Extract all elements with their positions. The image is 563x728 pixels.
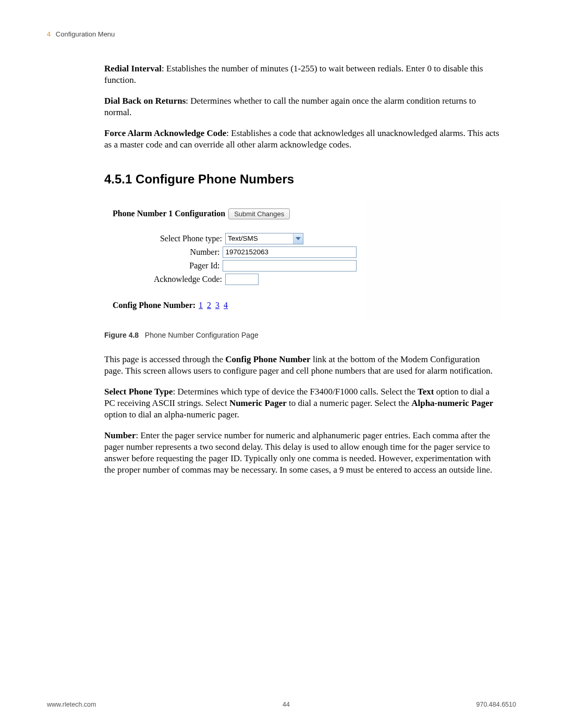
number-field[interactable] xyxy=(223,246,357,258)
footer-center: 44 xyxy=(283,701,290,708)
config-phone-link-3[interactable]: 3 xyxy=(215,301,219,310)
select-bold-alpha: Alpha-numeric Pager xyxy=(411,398,493,408)
para-select-phone-type: Select Phone Type: Determines which type… xyxy=(104,386,500,421)
figure-title: Phone Number 1 Configuration xyxy=(113,209,225,218)
config-phone-link-1[interactable]: 1 xyxy=(199,301,203,310)
config-phone-link-4[interactable]: 4 xyxy=(224,301,228,310)
config-phone-links-row: Config Phone Number: 1 2 3 4 xyxy=(113,301,357,310)
dialback-label: Dial Back on Returns xyxy=(104,96,186,106)
chapter-number: 4 xyxy=(47,30,51,38)
select-text4: option to dial an alpha-numeric pager. xyxy=(104,410,239,419)
footer-left: www.rletech.com xyxy=(47,701,96,708)
select-bold-numeric: Numeric Pager xyxy=(229,398,287,408)
label-ack-code: Acknowledge Code: xyxy=(113,275,225,284)
select-bold-text: Text xyxy=(418,387,434,397)
select-phone-type-label: Select Phone Type xyxy=(104,387,173,397)
select-phone-type[interactable] xyxy=(225,233,303,244)
force-label: Force Alarm Acknowledge Code xyxy=(104,128,226,138)
figure-caption: Figure 4.8 Phone Number Configuration Pa… xyxy=(104,331,500,339)
page-header: 4 Configuration Menu xyxy=(47,30,516,38)
pager-id-field[interactable] xyxy=(223,260,357,272)
footer-right: 970.484.6510 xyxy=(476,701,516,708)
chapter-title: Configuration Menu xyxy=(56,30,115,38)
para-dialback: Dial Back on Returns: Determines whether… xyxy=(104,95,500,118)
number-text: : Enter the pager service number for num… xyxy=(104,430,492,475)
intro-pre: This page is accessed through the xyxy=(104,354,225,364)
para-intro: This page is accessed through the Config… xyxy=(104,354,500,377)
label-select-phone-type: Select Phone type: xyxy=(113,234,225,243)
select-text3: to dial a numeric pager. Select the xyxy=(287,398,411,408)
para-force: Force Alarm Acknowledge Code: Establishe… xyxy=(104,128,500,151)
number-label: Number xyxy=(104,430,136,440)
para-redial: Redial Interval: Establishes the number … xyxy=(104,63,500,86)
redial-label: Redial Interval xyxy=(104,64,162,73)
figure-caption-label: Figure 4.8 xyxy=(104,331,139,339)
label-number: Number: xyxy=(113,248,223,257)
figure-caption-text: Phone Number Configuration Page xyxy=(145,331,259,339)
config-phone-link-2[interactable]: 2 xyxy=(207,301,211,310)
label-pager-id: Pager Id: xyxy=(113,261,223,270)
select-text1: : Determines which type of device the F3… xyxy=(173,387,418,397)
submit-changes-button[interactable]: Submit Changes xyxy=(228,208,290,219)
section-heading: 4.5.1 Configure Phone Numbers xyxy=(104,172,500,187)
config-phone-links-label: Config Phone Number xyxy=(113,301,193,310)
intro-bold: Config Phone Number xyxy=(225,354,310,364)
figure-4-8: Phone Number 1 Configuration Submit Chan… xyxy=(104,199,500,320)
para-number: Number: Enter the pager service number f… xyxy=(104,430,500,476)
page-footer: www.rletech.com 44 970.484.6510 xyxy=(47,701,516,708)
acknowledge-code-field[interactable] xyxy=(225,274,259,285)
